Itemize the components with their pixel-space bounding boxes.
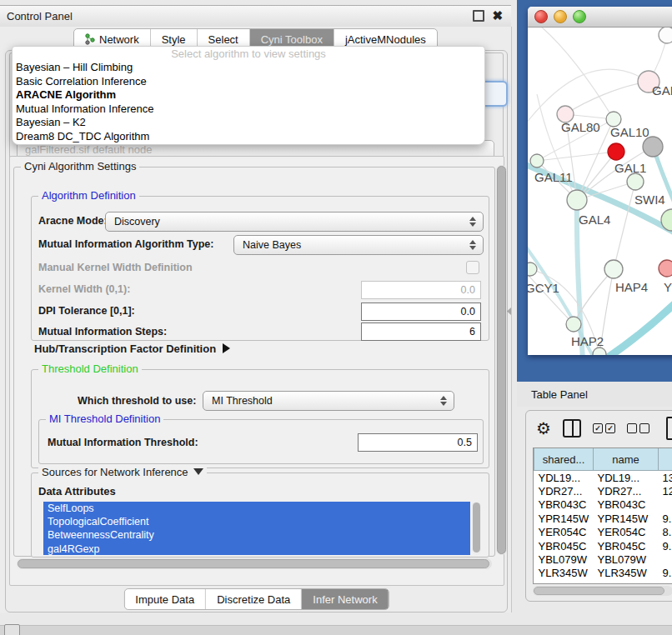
algorithm-dropdown-popup: Select algorithm to view settings Bayesi… bbox=[12, 46, 485, 145]
sources-group: Sources for Network Inference Data Attri… bbox=[31, 472, 489, 558]
hub-definition-toggle[interactable]: Hub/Transcription Factor Definition bbox=[34, 342, 230, 355]
close-panel-icon[interactable]: ✖ bbox=[492, 12, 503, 20]
dropdown-option[interactable]: Basic Correlation Inference bbox=[13, 75, 484, 89]
cyni-bottom-tabbar: Impute DataDiscretize DataInfer Network bbox=[6, 588, 507, 610]
table-row[interactable]: YDR27...YDR27...12 bbox=[534, 484, 672, 498]
deselect-all-icon[interactable] bbox=[627, 423, 649, 433]
table-panel-titlebar: Table Panel bbox=[517, 382, 672, 407]
node-label: GAL1 bbox=[614, 161, 646, 175]
table-row[interactable]: YER054CYER054C8. bbox=[534, 526, 672, 539]
window-minimize-icon[interactable] bbox=[554, 10, 567, 23]
mi-threshold-label: Mutual Information Threshold: bbox=[48, 437, 198, 448]
status-strip bbox=[0, 625, 672, 635]
network-window-titlebar bbox=[528, 7, 672, 28]
table-row[interactable]: YBL079WYBL079W bbox=[534, 552, 672, 566]
network-node-gcy1[interactable] bbox=[528, 262, 537, 276]
node-table[interactable]: shared...nameA YDL19...YDL19...13YDR27..… bbox=[533, 448, 672, 584]
table-toolbar: ⚙ ✓✓ bbox=[526, 411, 672, 446]
kernel-width-field[interactable]: 0.0 bbox=[361, 281, 481, 299]
settings-h-scrollbar[interactable] bbox=[17, 558, 492, 569]
mi-steps-label: Mutual Information Steps: bbox=[38, 326, 167, 338]
mi-threshold-definition-title: MI Threshold Definition bbox=[46, 412, 163, 425]
which-threshold-select[interactable]: MI Threshold bbox=[203, 391, 454, 411]
manual-kernel-label: Manual Kernel Width Definition bbox=[38, 262, 193, 273]
aracne-mode-select[interactable]: Discovery bbox=[105, 212, 484, 232]
select-all-icon[interactable]: ✓✓ bbox=[593, 423, 615, 433]
collapse-arrow-icon bbox=[193, 468, 203, 475]
network-node-hap4[interactable] bbox=[604, 260, 623, 278]
tab-discretize-data[interactable]: Discretize Data bbox=[206, 589, 302, 609]
dpi-tolerance-field[interactable]: 0.0 bbox=[361, 302, 481, 321]
dropdown-option[interactable]: Mutual Information Inference bbox=[13, 102, 484, 117]
mi-steps-field[interactable]: 6 bbox=[361, 322, 481, 341]
data-attributes-label: Data Attributes bbox=[38, 485, 116, 498]
node-label: GAL80 bbox=[561, 120, 600, 134]
dropdown-option[interactable]: Bayesian – Hill Climbing bbox=[13, 61, 484, 75]
attribute-list-item[interactable]: SelfLoops bbox=[43, 502, 470, 515]
dropdown-option[interactable]: ARACNE Algorithm bbox=[13, 88, 484, 102]
cyni-settings-panel: Cyni Algorithm Settings Algorithm Defini… bbox=[9, 156, 504, 586]
network-node[interactable] bbox=[659, 28, 672, 43]
dropdown-placeholder: Select algorithm to view settings bbox=[13, 47, 484, 61]
network-node-gal11[interactable] bbox=[530, 154, 544, 168]
table-row[interactable]: YPR145WYPR145W9. bbox=[534, 512, 672, 525]
mi-threshold-definition-group: MI Threshold Definition Mutual Informati… bbox=[38, 419, 484, 464]
kernel-width-label: Kernel Width (0,1): bbox=[38, 283, 130, 295]
table-row[interactable]: YBR045CYBR045C9. bbox=[534, 539, 672, 552]
node-label: SWI4 bbox=[634, 192, 665, 207]
table-h-scrollbar[interactable] bbox=[533, 586, 672, 596]
column-header[interactable]: shared... bbox=[534, 448, 594, 471]
table-row[interactable]: YBR043CYBR043C bbox=[534, 498, 672, 512]
manual-kernel-checkbox[interactable] bbox=[466, 261, 479, 274]
network-canvas[interactable]: GALGAL80GAL10GAL1GAL11GAL4SWI4GCY1HAP4YH… bbox=[528, 28, 672, 355]
mi-threshold-field[interactable]: 0.5 bbox=[358, 433, 478, 452]
tab-impute-data[interactable]: Impute Data bbox=[124, 589, 206, 609]
window-close-icon[interactable] bbox=[534, 10, 548, 23]
table-row[interactable]: YIL052CYIL052C9 bbox=[534, 580, 672, 584]
float-panel-icon[interactable] bbox=[473, 10, 484, 22]
node-label: GAL4 bbox=[579, 212, 610, 227]
which-threshold-label: Which threshold to use: bbox=[78, 395, 196, 407]
node-label: GAL bbox=[652, 83, 672, 98]
network-node-gal4[interactable] bbox=[567, 190, 587, 210]
sources-title[interactable]: Sources for Network Inference bbox=[38, 466, 207, 478]
data-attributes-list[interactable]: SelfLoopsTopologicalCoefficientBetweenne… bbox=[43, 502, 470, 555]
window-zoom-icon[interactable] bbox=[573, 10, 586, 23]
control-panel-titlebar: Control Panel ✖ bbox=[0, 5, 511, 28]
dropdown-option[interactable]: Bayesian – K2 bbox=[13, 116, 484, 130]
settings-scrollbar[interactable] bbox=[496, 165, 507, 555]
network-node[interactable] bbox=[608, 143, 624, 160]
columns-icon[interactable] bbox=[563, 419, 581, 438]
cyni-algorithm-settings-group: Cyni Algorithm Settings Algorithm Defini… bbox=[13, 167, 495, 557]
stepper-arrows-icon bbox=[466, 217, 479, 227]
dropdown-option[interactable]: Dream8 DC_TDC Algorithm bbox=[13, 130, 484, 144]
tab-infer-network[interactable]: Infer Network bbox=[302, 589, 388, 609]
gear-icon[interactable]: ⚙ bbox=[536, 420, 551, 437]
algorithm-definition-group: Algorithm Definition Aracne Mode: Discov… bbox=[31, 196, 489, 341]
table-row[interactable]: YDL19...YDL19...13 bbox=[534, 471, 672, 485]
stepper-arrows-icon bbox=[437, 396, 450, 406]
network-node-gal1[interactable] bbox=[627, 173, 644, 190]
node-label: GCY1 bbox=[528, 281, 559, 295]
network-node[interactable] bbox=[643, 137, 663, 157]
stepper-arrows-icon bbox=[466, 240, 479, 250]
list-scrollbar[interactable] bbox=[472, 502, 481, 555]
network-node[interactable] bbox=[593, 348, 606, 355]
attribute-list-item[interactable]: gal4RGexp bbox=[43, 542, 470, 555]
network-node-hap2[interactable] bbox=[566, 317, 581, 332]
attribute-list-item[interactable]: TopologicalCoefficient bbox=[43, 515, 470, 528]
node-label: GAL11 bbox=[534, 170, 573, 184]
table-panel: ⚙ ✓✓ shared...nameA YDL19...YDL19...13YD… bbox=[525, 410, 672, 602]
column-header[interactable]: A bbox=[659, 448, 672, 471]
attribute-list-item[interactable]: BetweennessCentrality bbox=[43, 528, 470, 542]
table-row[interactable]: YLR345WYLR345W9. bbox=[534, 567, 672, 580]
threshold-definition-group: Threshold Definition Which threshold to … bbox=[31, 369, 489, 468]
column-header[interactable]: name bbox=[594, 448, 659, 471]
corner-box-icon[interactable] bbox=[4, 624, 20, 635]
network-node-y[interactable] bbox=[659, 260, 672, 277]
new-table-icon[interactable] bbox=[666, 417, 672, 440]
control-panel-title: Control Panel bbox=[7, 10, 73, 22]
group-title: Cyni Algorithm Settings bbox=[21, 160, 139, 172]
table-panel-title: Table Panel bbox=[531, 388, 588, 401]
mi-type-select[interactable]: Naive Bayes bbox=[233, 235, 484, 255]
